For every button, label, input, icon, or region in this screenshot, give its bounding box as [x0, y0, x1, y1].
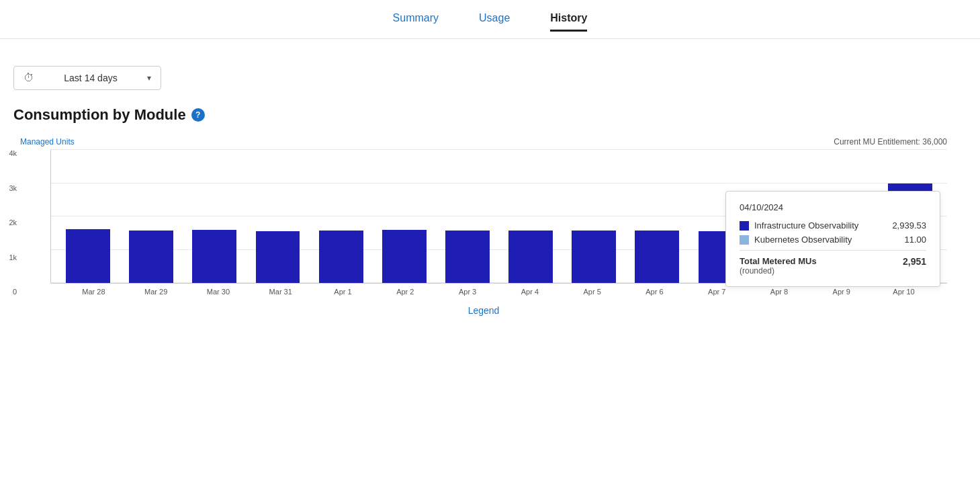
x-axis-label: Apr 4 [498, 288, 561, 296]
bar-group [562, 149, 625, 283]
bar-segment-infra [192, 230, 236, 283]
bar-segment-infra [129, 231, 173, 283]
tooltip-total-row: Total Metered MUs (rounded) 2,951 [740, 256, 926, 276]
x-axis-label: Apr 3 [437, 288, 499, 296]
legend-link[interactable]: Legend [468, 305, 500, 316]
y-axis-label: Managed Units [20, 137, 75, 147]
bar-segment-infra [572, 231, 616, 283]
bar-group [310, 149, 373, 283]
bar-segment-infra [66, 229, 110, 283]
tab-history[interactable]: History [550, 12, 587, 32]
x-axis-label: Mar 30 [187, 288, 250, 296]
x-axis-label: Apr 6 [623, 288, 686, 296]
y-tick-0: 0 [0, 288, 17, 296]
bar-segment-infra [635, 231, 679, 283]
bar-segment-infra [508, 231, 553, 283]
bar-group [56, 149, 120, 283]
x-axis-label: Apr 8 [748, 288, 811, 296]
x-axis-label: Mar 29 [125, 288, 187, 296]
bar-segment-infra [319, 231, 363, 283]
main-content: ⏱ Last 14 days ▾ Consumption by Module ?… [0, 59, 967, 329]
section-title-row: Consumption by Module ? [13, 106, 954, 124]
x-axis-labels: Mar 28Mar 29Mar 30Mar 31Apr 1Apr 2Apr 3A… [50, 288, 947, 296]
tooltip-row: Kubernetes Observability11.00 [740, 235, 926, 245]
bar-group [436, 149, 499, 283]
date-range-dropdown[interactable]: ⏱ Last 14 days ▾ [13, 66, 161, 90]
bar-group [246, 149, 309, 283]
bar-segment-infra [382, 230, 427, 283]
tooltip-color-box [740, 221, 749, 231]
tooltip-divider [740, 250, 926, 251]
y-tick-3k: 3k [0, 184, 17, 192]
tooltip-total-value: 2,951 [903, 256, 926, 267]
x-axis-label: Apr 9 [810, 288, 873, 296]
y-tick-2k: 2k [0, 218, 17, 226]
tooltip-module-name: Kubernetes Observability [754, 235, 899, 245]
bar-segment-infra [256, 231, 300, 283]
tooltip-module-value: 11.00 [904, 235, 926, 245]
bar-group [120, 149, 183, 283]
tooltip-total-label: Total Metered MUs [740, 256, 817, 266]
tooltip-row: Infrastructure Observability2,939.53 [740, 220, 926, 231]
chevron-down-icon: ▾ [147, 73, 151, 83]
chart-header: Managed Units Current MU Entitlement: 36… [20, 137, 947, 147]
bar-segment-infra [445, 231, 490, 283]
x-axis-label: Mar 31 [249, 288, 312, 296]
x-axis-label: Apr 5 [561, 288, 623, 296]
tooltip-card: 04/10/2024 Infrastructure Observability2… [725, 191, 940, 287]
y-tick-4k: 4k [0, 149, 17, 157]
bar-group [373, 149, 436, 283]
x-axis-label: Apr 1 [312, 288, 374, 296]
date-range-label: Last 14 days [64, 73, 117, 83]
chart-container: Managed Units Current MU Entitlement: 36… [13, 137, 954, 316]
x-axis-label: Apr 2 [374, 288, 437, 296]
bar-group [183, 149, 246, 283]
y-axis-ticks: 4k 3k 2k 1k 0 [0, 149, 17, 296]
top-navigation: Summary Usage History [0, 0, 980, 39]
tab-summary[interactable]: Summary [393, 12, 439, 32]
tab-usage[interactable]: Usage [479, 12, 510, 32]
bar-group [499, 149, 562, 283]
filter-row: ⏱ Last 14 days ▾ [13, 66, 954, 90]
legend-row: Legend [20, 305, 947, 316]
help-icon[interactable]: ? [191, 108, 205, 122]
section-title: Consumption by Module [13, 106, 186, 124]
y-tick-1k: 1k [0, 253, 17, 261]
tooltip-module-value: 2,939.53 [892, 220, 926, 231]
entitlement-label: Current MU Entitlement: 36,000 [834, 137, 947, 147]
x-axis-label: Apr 7 [686, 288, 748, 296]
x-axis-label: Apr 10 [873, 288, 935, 296]
tooltip-date: 04/10/2024 [740, 202, 926, 212]
tooltip-color-box [740, 235, 749, 245]
bar-group [625, 149, 688, 283]
tooltip-total-sub: (rounded) [740, 266, 817, 276]
x-axis-label: Mar 28 [62, 288, 125, 296]
clock-icon: ⏱ [24, 72, 34, 84]
tooltip-module-name: Infrastructure Observability [754, 220, 887, 231]
